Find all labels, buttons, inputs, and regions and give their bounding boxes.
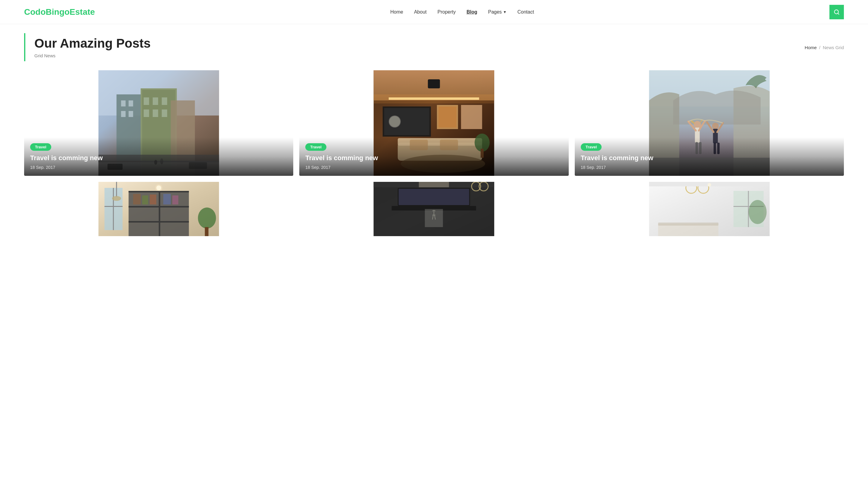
svg-rect-33 [461, 105, 482, 129]
posts-row-1: Travel Travel is comming new 18 Sep. 201… [24, 70, 844, 176]
post-card-3[interactable]: Travel Travel is comming new 18 Sep. 201… [575, 70, 844, 176]
chevron-down-icon: ▼ [503, 10, 507, 14]
post-card-4[interactable] [24, 182, 293, 236]
svg-rect-66 [159, 191, 160, 236]
post-category-1: Travel [30, 143, 51, 151]
svg-rect-71 [172, 195, 178, 204]
post-card-2-overlay: Travel Travel is comming new 18 Sep. 201… [299, 137, 568, 176]
post-image-4 [24, 182, 293, 236]
svg-point-41 [390, 116, 400, 127]
post-date-2: 18 Sep. 2017 [305, 165, 563, 170]
breadcrumb: Home / News Grid [805, 45, 844, 50]
svg-point-98 [748, 200, 766, 224]
post-card-1-overlay: Travel Travel is comming new 18 Sep. 201… [24, 137, 293, 176]
posts-row-2 [24, 182, 844, 236]
svg-rect-73 [113, 188, 114, 230]
post-image-5 [299, 182, 568, 236]
post-title-3: Travel is comming new [581, 154, 838, 162]
logo[interactable]: CodoBingoEstate [24, 7, 95, 17]
post-date-1: 18 Sep. 2017 [30, 165, 287, 170]
post-date-3: 18 Sep. 2017 [581, 165, 838, 170]
logo-black: CodoBingo [24, 7, 70, 16]
svg-rect-11 [121, 111, 126, 117]
svg-rect-78 [205, 227, 209, 236]
breadcrumb-current: News Grid [823, 45, 844, 50]
post-card-5[interactable] [299, 182, 568, 236]
svg-rect-74 [105, 206, 123, 207]
nav-contact[interactable]: Contact [518, 9, 534, 15]
post-card-6[interactable] [575, 182, 844, 236]
post-card-1[interactable]: Travel Travel is comming new 18 Sep. 201… [24, 70, 293, 176]
svg-rect-96 [748, 191, 749, 227]
svg-rect-15 [162, 98, 167, 105]
svg-rect-13 [144, 98, 149, 105]
main-nav: Home About Property Blog Pages ▼ Contact [390, 9, 534, 15]
svg-rect-68 [142, 195, 148, 204]
post-card-3-overlay: Travel Travel is comming new 18 Sep. 201… [575, 137, 844, 176]
post-image-6 [575, 182, 844, 236]
logo-green: Estate [70, 7, 95, 16]
header: CodoBingoEstate Home About Property Blog… [0, 0, 868, 24]
svg-point-77 [198, 207, 216, 229]
svg-rect-99 [658, 224, 718, 236]
page-title: Our Amazing Posts [34, 36, 844, 51]
search-button[interactable] [830, 5, 844, 19]
svg-rect-12 [129, 111, 133, 117]
svg-rect-9 [121, 100, 126, 106]
svg-rect-70 [163, 194, 171, 204]
svg-point-94 [707, 183, 711, 187]
svg-rect-32 [439, 106, 456, 127]
svg-rect-84 [399, 189, 469, 205]
post-category-3: Travel [581, 143, 602, 151]
nav-pages[interactable]: Pages ▼ [488, 9, 507, 15]
breadcrumb-home[interactable]: Home [805, 45, 817, 50]
hero-section: Our Amazing Posts Grid News Home / News … [24, 33, 844, 61]
svg-rect-28 [428, 79, 440, 88]
nav-home[interactable]: Home [390, 9, 403, 15]
search-icon [834, 9, 840, 15]
svg-rect-18 [162, 110, 167, 117]
svg-rect-14 [153, 98, 158, 105]
breadcrumb-separator: / [819, 45, 820, 50]
svg-point-47 [694, 121, 701, 128]
svg-line-1 [838, 13, 839, 14]
nav-blog[interactable]: Blog [466, 9, 477, 15]
svg-rect-100 [658, 223, 718, 226]
post-title-1: Travel is comming new [30, 154, 287, 162]
nav-about[interactable]: About [414, 9, 427, 15]
svg-point-53 [712, 123, 718, 129]
svg-rect-43 [374, 94, 494, 103]
svg-rect-16 [144, 110, 149, 117]
svg-point-76 [112, 196, 121, 201]
post-card-2[interactable]: Travel Travel is comming new 18 Sep. 201… [299, 70, 568, 176]
svg-rect-10 [129, 100, 133, 106]
svg-rect-67 [133, 194, 141, 204]
nav-property[interactable]: Property [437, 9, 455, 15]
svg-rect-87 [419, 182, 449, 187]
post-title-2: Travel is comming new [305, 154, 563, 162]
posts-grid: Travel Travel is comming new 18 Sep. 201… [0, 70, 868, 260]
svg-point-61 [157, 185, 161, 190]
post-category-2: Travel [305, 143, 326, 151]
svg-rect-17 [153, 110, 158, 117]
svg-rect-69 [150, 194, 157, 204]
page-subtitle: Grid News [34, 53, 844, 58]
